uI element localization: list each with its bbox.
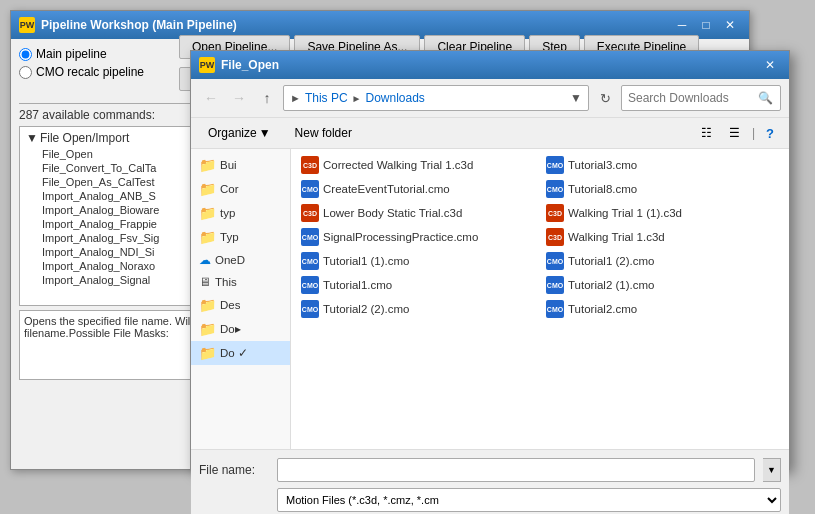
file-name-5: Walking Trial 1 (1).c3d: [568, 207, 682, 219]
folder-icon-downloads: 📁: [199, 345, 216, 361]
nav-item-label-0: Bui: [220, 159, 237, 171]
file-type-icon-3: CMO: [546, 180, 564, 198]
file-type-icon-10: CMO: [301, 276, 319, 294]
folder-icon-docs: 📁: [199, 321, 216, 337]
file-item-11[interactable]: CMOTutorial2 (1).cmo: [540, 273, 785, 297]
file-item-6[interactable]: CMOSignalProcessingPractice.cmo: [295, 225, 540, 249]
file-name-10: Tutorial1.cmo: [323, 279, 392, 291]
dialog-title: File_Open: [221, 58, 279, 72]
search-box: 🔍: [621, 85, 781, 111]
nav-item-label-8: Do ✓: [220, 346, 248, 360]
view-details-button[interactable]: ☰: [722, 122, 748, 144]
path-downloads[interactable]: Downloads: [365, 91, 424, 105]
back-button[interactable]: ←: [199, 87, 223, 109]
file-name-0: Corrected Walking Trial 1.c3d: [323, 159, 473, 171]
address-bar: ← → ↑ ► This PC ► Downloads ▼ ↻ 🔍: [191, 79, 789, 118]
files-area: C3DCorrected Walking Trial 1.c3dCMOTutor…: [291, 149, 789, 449]
file-type-icon-4: C3D: [301, 204, 319, 222]
nav-item-label-4: OneD: [215, 254, 245, 266]
file-type-icon-12: CMO: [301, 300, 319, 318]
nav-item-onedrive[interactable]: ☁ OneD: [191, 249, 290, 271]
file-item-5[interactable]: C3DWalking Trial 1 (1).c3d: [540, 201, 785, 225]
close-button[interactable]: ✕: [719, 16, 741, 34]
organize-button[interactable]: Organize ▼: [199, 122, 280, 144]
help-button[interactable]: ?: [759, 122, 781, 144]
nav-item-2[interactable]: 📁 typ: [191, 201, 290, 225]
view-separator: |: [750, 126, 757, 140]
nav-panel: 📁 Bui 📁 Cor 📁 typ 📁 Typ ☁ OneD 🖥 This: [191, 149, 291, 449]
file-type-icon-13: CMO: [546, 300, 564, 318]
file-name-8: Tutorial1 (1).cmo: [323, 255, 410, 267]
file-name-11: Tutorial2 (1).cmo: [568, 279, 655, 291]
file-item-12[interactable]: CMOTutorial2 (2).cmo: [295, 297, 540, 321]
dialog-toolbar: Organize ▼ New folder ☷ ☰ | ?: [191, 118, 789, 149]
filetype-select[interactable]: Motion Files (*.c3d, *.cmz, *.cm: [277, 488, 781, 512]
file-item-1[interactable]: CMOTutorial3.cmo: [540, 153, 785, 177]
folder-icon-desktop: 📁: [199, 297, 216, 313]
folder-icon-1: 📁: [199, 181, 216, 197]
file-item-2[interactable]: CMOCreateEventTutorial.cmo: [295, 177, 540, 201]
nav-item-this-pc[interactable]: 🖥 This: [191, 271, 290, 293]
file-item-9[interactable]: CMOTutorial1 (2).cmo: [540, 249, 785, 273]
path-arrow-icon: ►: [290, 92, 301, 104]
nav-item-0[interactable]: 📁 Bui: [191, 153, 290, 177]
resize-handle[interactable]: [779, 459, 789, 469]
folder-icon-2: 📁: [199, 205, 216, 221]
nav-item-label-2: typ: [220, 207, 235, 219]
file-name-4: Lower Body Static Trial.c3d: [323, 207, 462, 219]
file-name-7: Walking Trial 1.c3d: [568, 231, 665, 243]
tree-collapse-icon: ▼: [26, 131, 38, 145]
file-type-icon-2: CMO: [301, 180, 319, 198]
file-type-icon-6: CMO: [301, 228, 319, 246]
file-item-7[interactable]: C3DWalking Trial 1.c3d: [540, 225, 785, 249]
address-path-bar[interactable]: ► This PC ► Downloads ▼: [283, 85, 589, 111]
maximize-button[interactable]: □: [695, 16, 717, 34]
file-item-13[interactable]: CMOTutorial2.cmo: [540, 297, 785, 321]
file-open-dialog: PW File_Open ✕ ← → ↑ ► This PC ► Downloa…: [190, 50, 790, 470]
file-item-10[interactable]: CMOTutorial1.cmo: [295, 273, 540, 297]
nav-item-label-7: Do▸: [220, 322, 241, 336]
view-buttons: ☷ ☰ | ?: [694, 122, 781, 144]
file-type-icon-0: C3D: [301, 156, 319, 174]
file-item-4[interactable]: C3DLower Body Static Trial.c3d: [295, 201, 540, 225]
file-item-0[interactable]: C3DCorrected Walking Trial 1.c3d: [295, 153, 540, 177]
onedrive-icon: ☁: [199, 253, 211, 267]
file-type-icon-8: CMO: [301, 252, 319, 270]
dialog-window-icon: PW: [199, 57, 215, 73]
refresh-button[interactable]: ↻: [593, 87, 617, 109]
forward-button[interactable]: →: [227, 87, 251, 109]
path-dropdown-icon[interactable]: ▼: [570, 91, 582, 105]
nav-item-1[interactable]: 📁 Cor: [191, 177, 290, 201]
nav-item-docs[interactable]: 📁 Do▸: [191, 317, 290, 341]
nav-item-desktop[interactable]: 📁 Des: [191, 293, 290, 317]
file-type-icon-5: C3D: [546, 204, 564, 222]
file-type-icon-7: C3D: [546, 228, 564, 246]
view-list-button[interactable]: ☷: [694, 122, 720, 144]
main-pipeline-radio[interactable]: [19, 48, 32, 61]
path-this-pc[interactable]: This PC: [305, 91, 348, 105]
minimize-button[interactable]: ─: [671, 16, 693, 34]
file-item-3[interactable]: CMOTutorial8.cmo: [540, 177, 785, 201]
cmo-pipeline-radio[interactable]: [19, 66, 32, 79]
nav-item-3[interactable]: 📁 Typ: [191, 225, 290, 249]
dialog-close-button[interactable]: ✕: [759, 56, 781, 74]
file-type-icon-11: CMO: [546, 276, 564, 294]
cmo-pipeline-label: CMO recalc pipeline: [36, 65, 144, 79]
file-name-2: CreateEventTutorial.cmo: [323, 183, 450, 195]
file-name-12: Tutorial2 (2).cmo: [323, 303, 410, 315]
nav-item-downloads[interactable]: 📁 Do ✓: [191, 341, 290, 365]
filename-row: File name: ▼: [199, 458, 781, 482]
search-input[interactable]: [628, 91, 758, 105]
file-type-icon-1: CMO: [546, 156, 564, 174]
new-folder-button[interactable]: New folder: [284, 122, 363, 144]
nav-item-label-6: Des: [220, 299, 240, 311]
filename-input[interactable]: [277, 458, 755, 482]
main-title-left: PW Pipeline Workshop (Main Pipeline): [19, 17, 237, 33]
file-name-6: SignalProcessingPractice.cmo: [323, 231, 478, 243]
file-name-9: Tutorial1 (2).cmo: [568, 255, 655, 267]
file-item-8[interactable]: CMOTutorial1 (1).cmo: [295, 249, 540, 273]
search-icon[interactable]: 🔍: [758, 91, 773, 105]
up-button[interactable]: ↑: [255, 87, 279, 109]
folder-icon-0: 📁: [199, 157, 216, 173]
organize-arrow-icon: ▼: [259, 126, 271, 140]
